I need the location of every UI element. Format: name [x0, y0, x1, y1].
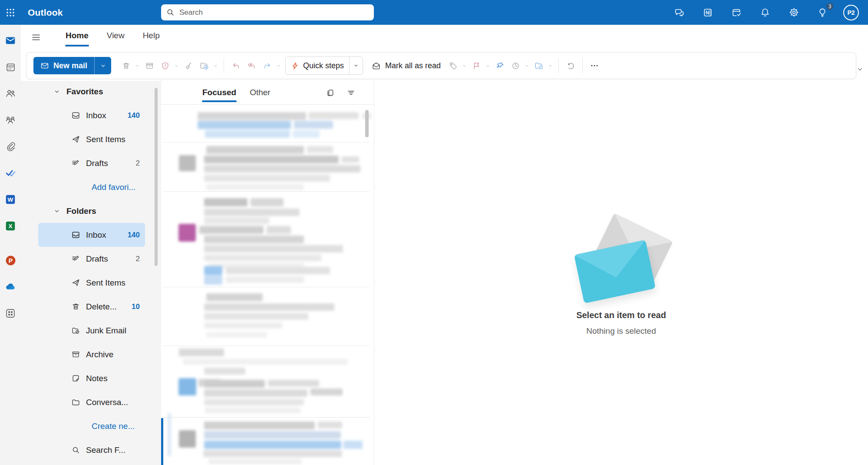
- mark-all-read-button[interactable]: Mark all as read: [367, 57, 445, 74]
- calendar-icon[interactable]: [0, 58, 21, 76]
- new-mail-dropdown[interactable]: [94, 57, 111, 74]
- todo-icon[interactable]: [728, 4, 745, 21]
- more-options-icon[interactable]: [587, 58, 602, 73]
- redacted-message-rows[interactable]: [161, 81, 374, 465]
- move-to-dropdown-icon[interactable]: [212, 58, 219, 73]
- move-to-icon[interactable]: [196, 58, 212, 73]
- folders-section-header[interactable]: Folders: [38, 199, 158, 223]
- tab-help[interactable]: Help: [142, 28, 161, 43]
- folder-label: Search F...: [86, 445, 125, 455]
- attachments-icon[interactable]: [0, 138, 21, 155]
- tag-icon[interactable]: [445, 58, 461, 73]
- new-mail-main[interactable]: New mail: [33, 57, 94, 74]
- settings-gear-icon[interactable]: [785, 4, 802, 21]
- redacted-blob: [307, 146, 333, 153]
- filter-icon[interactable]: [345, 87, 356, 98]
- forward-icon[interactable]: [259, 58, 275, 73]
- tab-home[interactable]: Home: [65, 28, 89, 43]
- chat-icon[interactable]: [670, 4, 688, 21]
- flag-icon[interactable]: [469, 58, 484, 73]
- report-icon[interactable]: [157, 58, 173, 73]
- report-dropdown-icon[interactable]: [173, 58, 180, 73]
- drafts-icon: [71, 159, 80, 168]
- outlook-app: Outlook: [0, 0, 868, 465]
- mail-icon[interactable]: [0, 32, 21, 49]
- powerpoint-icon[interactable]: P: [0, 252, 21, 269]
- folder-deleted-items[interactable]: Delete... 10: [38, 295, 145, 319]
- folder-favorites-drafts[interactable]: Drafts 2: [38, 151, 145, 175]
- quick-steps-button[interactable]: Quick steps: [285, 56, 363, 75]
- collapse-ribbon-icon[interactable]: [855, 64, 865, 74]
- unread-count: 10: [132, 302, 140, 311]
- redacted-blob: [310, 389, 343, 395]
- snooze-dropdown-icon[interactable]: [523, 58, 530, 73]
- folder-pane-scrollbar[interactable]: [155, 88, 158, 266]
- todo-check-icon[interactable]: [0, 164, 21, 182]
- quick-steps-main[interactable]: Quick steps: [286, 57, 349, 74]
- delete-dropdown-icon[interactable]: [134, 58, 141, 73]
- folder-archive[interactable]: Archive: [38, 342, 145, 366]
- folder-drafts[interactable]: Drafts 2: [38, 247, 145, 271]
- message-list-scrollbar[interactable]: [365, 110, 369, 137]
- rules-dropdown-icon[interactable]: [547, 58, 554, 73]
- account-avatar[interactable]: P2: [842, 4, 860, 21]
- rules-icon[interactable]: [531, 58, 547, 73]
- redacted-blob: [204, 156, 339, 163]
- add-favorite-link[interactable]: Add favori...: [38, 175, 145, 199]
- tab-other[interactable]: Other: [250, 81, 271, 104]
- content-area: Favorites Inbox 140 Sent Items: [21, 81, 868, 465]
- app-title: Outlook: [28, 7, 63, 18]
- forward-dropdown-icon[interactable]: [275, 58, 282, 73]
- redacted-blob: [204, 266, 222, 275]
- word-icon[interactable]: W: [0, 191, 21, 208]
- folder-notes[interactable]: Notes: [38, 366, 145, 390]
- reply-all-icon[interactable]: [244, 58, 259, 73]
- selected-message-indicator: [161, 418, 163, 465]
- notes-icon: [71, 374, 80, 383]
- select-messages-icon[interactable]: [324, 87, 336, 98]
- tab-focused[interactable]: Focused: [202, 81, 236, 104]
- folder-conversation-history[interactable]: Conversa...: [38, 390, 145, 414]
- favorites-section-header[interactable]: Favorites: [38, 80, 158, 103]
- pin-icon[interactable]: [492, 58, 508, 73]
- groups-icon[interactable]: [0, 111, 21, 129]
- redacted-blob: [206, 146, 304, 154]
- create-new-folder-link[interactable]: Create ne...: [38, 414, 145, 438]
- folder-inbox-selected[interactable]: Inbox 140: [38, 223, 145, 247]
- excel-icon[interactable]: X: [0, 217, 21, 235]
- notes-feed-icon[interactable]: [699, 4, 716, 21]
- sweep-icon[interactable]: [181, 58, 196, 73]
- notifications-bell-icon[interactable]: [756, 4, 774, 21]
- section-label: Favorites: [66, 87, 103, 96]
- folder-favorites-inbox[interactable]: Inbox 140: [38, 103, 145, 127]
- archive-icon[interactable]: [142, 58, 157, 73]
- people-icon[interactable]: [0, 85, 21, 102]
- more-apps-icon[interactable]: [0, 305, 21, 322]
- onedrive-icon[interactable]: [0, 278, 21, 296]
- redacted-blob: [179, 155, 196, 171]
- undo-icon[interactable]: [563, 58, 578, 73]
- folder-favorites-sent[interactable]: Sent Items: [38, 127, 145, 151]
- folder-sent-items[interactable]: Sent Items: [38, 271, 145, 295]
- delete-icon[interactable]: [118, 58, 134, 73]
- redacted-blob: [198, 121, 291, 129]
- link-label: Add favori...: [92, 183, 135, 192]
- new-mail-button[interactable]: New mail: [33, 57, 111, 74]
- lightbulb-icon[interactable]: 3: [814, 4, 831, 21]
- tab-view[interactable]: View: [106, 28, 125, 43]
- redacted-blob: [168, 413, 171, 456]
- folder-search-folders[interactable]: Search F...: [38, 438, 145, 462]
- redacted-blob: [204, 175, 330, 182]
- app-launcher-icon[interactable]: [0, 0, 21, 25]
- flag-dropdown-icon[interactable]: [484, 58, 491, 73]
- tag-dropdown-icon[interactable]: [461, 58, 468, 73]
- nav-toggle-icon[interactable]: [29, 30, 43, 45]
- snooze-icon[interactable]: [508, 58, 523, 73]
- search-box[interactable]: [161, 4, 374, 20]
- search-icon: [166, 8, 175, 17]
- search-input[interactable]: [178, 8, 369, 17]
- redacted-blob: [342, 156, 359, 163]
- reply-icon[interactable]: [228, 58, 244, 73]
- quick-steps-dropdown[interactable]: [349, 57, 363, 74]
- folder-junk-email[interactable]: Junk Email: [38, 319, 145, 342]
